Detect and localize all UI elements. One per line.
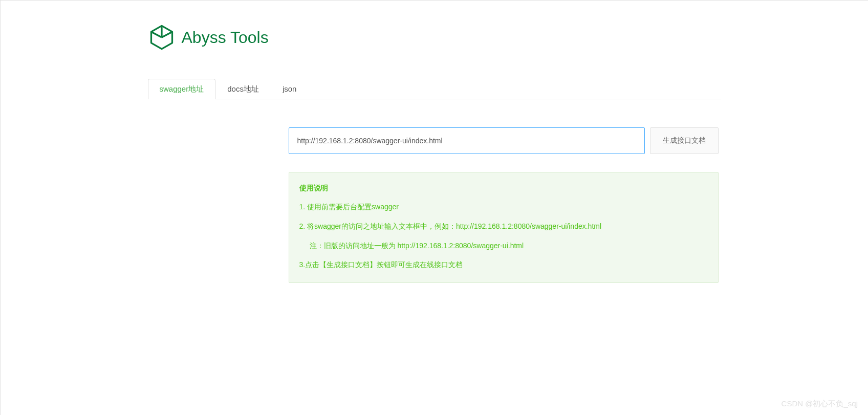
instruction-note: 注：旧版的访问地址一般为 http://192.168.1.2:8080/swa… bbox=[299, 240, 708, 252]
url-input-row: 生成接口文档 bbox=[289, 127, 719, 154]
tab-docs-url[interactable]: docs地址 bbox=[215, 79, 271, 99]
tab-content: 生成接口文档 使用说明 1. 使用前需要后台配置swagger 2. 将swag… bbox=[148, 99, 719, 283]
instructions-title: 使用说明 bbox=[299, 184, 708, 193]
instruction-item-3: 3.点击【生成接口文档】按钮即可生成在线接口文档 bbox=[299, 259, 708, 271]
app-title: Abyss Tools bbox=[182, 28, 269, 47]
generate-docs-button[interactable]: 生成接口文档 bbox=[650, 127, 719, 154]
tab-swagger-url[interactable]: swagger地址 bbox=[148, 79, 216, 99]
cube-icon bbox=[148, 24, 176, 51]
app-header: Abyss Tools bbox=[148, 1, 721, 67]
watermark: CSDN @初心不负_sqj bbox=[782, 399, 858, 409]
swagger-url-input[interactable] bbox=[289, 127, 645, 154]
instruction-item-2: 2. 将swagger的访问之地址输入文本框中，例如：http://192.16… bbox=[299, 221, 708, 233]
instructions-panel: 使用说明 1. 使用前需要后台配置swagger 2. 将swagger的访问之… bbox=[289, 172, 719, 283]
instruction-item-1: 1. 使用前需要后台配置swagger bbox=[299, 201, 708, 213]
tabs-nav: swagger地址 docs地址 json bbox=[148, 79, 721, 99]
tab-json[interactable]: json bbox=[271, 79, 309, 99]
